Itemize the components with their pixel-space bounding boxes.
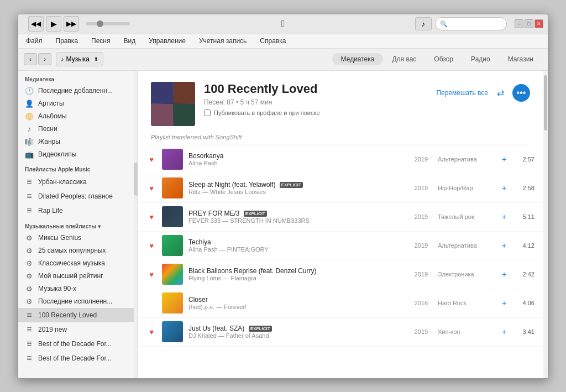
menu-edit[interactable]: Правка xyxy=(54,36,81,46)
heart-loved-icon[interactable]: ♥ xyxy=(146,328,156,336)
menu-account[interactable]: Учетная запись xyxy=(197,36,249,46)
table-row: ♥ Black Balloons Reprise (feat. Denzel C… xyxy=(138,260,543,289)
heart-empty-icon[interactable]: ♥ xyxy=(146,299,156,307)
sidebar-item-recent[interactable]: 🕐 Последние добавленн... xyxy=(18,85,134,97)
genius-icon: ⚙ xyxy=(25,234,34,242)
shuffle-all-label[interactable]: Перемешать все xyxy=(436,89,488,97)
100-loved-icon: ≡ xyxy=(25,310,34,320)
sidebar-item-songs[interactable]: ♪ Песни xyxy=(18,123,134,135)
minimize-button[interactable]: ─ xyxy=(515,19,523,28)
track-genre: Альтернатива xyxy=(438,242,493,249)
sidebar-item-albums[interactable]: 📀 Альбомы xyxy=(18,110,134,123)
albums-icon: 📀 xyxy=(25,112,34,121)
tab-radio[interactable]: Радио xyxy=(462,53,499,65)
track-add-button[interactable]: + xyxy=(499,299,510,307)
tab-for-you[interactable]: Для вас xyxy=(383,53,425,65)
sidebar-item-rap[interactable]: ≡ Rap Life xyxy=(18,203,134,218)
progress-bar[interactable] xyxy=(86,22,130,25)
thumb-art xyxy=(162,264,183,285)
music-selector[interactable]: ♪ Музыка ⬆ xyxy=(56,52,103,66)
sidebar-item-urban[interactable]: ≡ Урбан-классика xyxy=(18,175,134,189)
genres-icon: 🎼 xyxy=(25,138,34,146)
track-add-button[interactable]: + xyxy=(499,184,510,192)
sidebar-item-decade2[interactable]: ≡ Best of the Decade For... xyxy=(18,351,134,365)
playlist-icon-rap: ≡ xyxy=(25,206,34,216)
track-thumbnail xyxy=(162,292,183,313)
cover-cell-1 xyxy=(151,82,173,104)
tab-overview[interactable]: Обзор xyxy=(425,53,462,65)
track-add-button[interactable]: + xyxy=(499,270,510,279)
sidebar-item-100-loved[interactable]: ≡ 100 Recently Loved xyxy=(18,308,134,322)
heart-loved-icon[interactable]: ♥ xyxy=(146,213,156,221)
track-add-button[interactable]: + xyxy=(499,155,510,164)
track-duration: 2:57 xyxy=(515,156,534,163)
heart-loved-icon[interactable]: ♥ xyxy=(146,155,156,164)
fast-forward-button[interactable]: ▶▶ xyxy=(64,16,79,32)
track-name: Closer xyxy=(188,296,405,304)
sidebar-item-top-rating[interactable]: ⚙ Мой высший рейтинг xyxy=(18,270,134,283)
sidebar-item-genres[interactable]: 🎼 Жанры xyxy=(18,135,134,148)
track-add-button[interactable]: + xyxy=(499,212,510,221)
sidebar-item-recent-played[interactable]: ⚙ Последние исполненн... xyxy=(18,295,134,308)
menu-bar: Файл Правка Песня Вид Управление Учетная… xyxy=(18,34,548,49)
sidebar-item-classical[interactable]: ⚙ Классическая музыка xyxy=(18,257,134,270)
track-info: Bosorkanya Alina Pash xyxy=(188,152,405,166)
track-thumbnail xyxy=(162,177,183,198)
track-year: 2019 xyxy=(410,271,432,278)
rewind-button[interactable]: ◀◀ xyxy=(28,16,44,32)
sidebar-item-artists[interactable]: 👤 Артисты xyxy=(18,97,134,110)
track-genre: Электроника xyxy=(438,271,493,278)
heart-loved-icon[interactable]: ♥ xyxy=(146,242,156,250)
forward-arrow-button[interactable]: › xyxy=(38,53,51,65)
track-name: Techiya xyxy=(188,238,405,246)
maximize-button[interactable]: □ xyxy=(525,19,533,28)
tab-mediateka[interactable]: Медиатека xyxy=(332,53,384,65)
menu-controls[interactable]: Управление xyxy=(146,36,188,46)
thumb-art xyxy=(162,235,183,256)
top25-icon: ⚙ xyxy=(25,247,34,255)
publish-checkbox[interactable] xyxy=(204,109,211,116)
sidebar-playlists-header[interactable]: Музыкальные плейлисты ▾ xyxy=(18,218,134,232)
sidebar-item-decade1-label: Best of the Decade For... xyxy=(38,340,112,348)
back-arrow-button[interactable]: ‹ xyxy=(24,53,37,65)
heart-loved-icon[interactable]: ♥ xyxy=(146,270,156,279)
track-add-button[interactable]: + xyxy=(499,241,510,250)
sidebar-item-90s[interactable]: ⚙ Музыка 90-х xyxy=(18,283,134,295)
tab-store[interactable]: Магазин xyxy=(499,53,542,65)
track-info: Closer (hed) p.e. — Forever! xyxy=(188,296,405,310)
playlist-icon-dilated: ≡ xyxy=(25,191,34,201)
sidebar-item-artists-label: Артисты xyxy=(38,100,64,107)
track-info: Just Us (feat. SZA) EXPLICIT DJ Khaled —… xyxy=(188,325,405,339)
thumb-art xyxy=(162,177,183,198)
songs-icon: ♪ xyxy=(25,125,34,133)
menu-view[interactable]: Вид xyxy=(122,36,138,46)
menu-help[interactable]: Справка xyxy=(258,36,288,46)
sidebar-item-dilated[interactable]: ≡ Dilated Peoples: главное xyxy=(18,189,134,203)
play-button[interactable]: ▶ xyxy=(46,16,61,32)
sidebar-scrollbar[interactable] xyxy=(134,71,138,378)
search-input[interactable] xyxy=(450,20,502,27)
content-scrollbar[interactable] xyxy=(543,71,548,378)
sidebar-item-genres-label: Жанры xyxy=(38,138,60,145)
sidebar-item-decade1[interactable]: ≡ Best of the Decade For... xyxy=(18,337,134,351)
heart-loved-icon[interactable]: ♥ xyxy=(146,184,156,192)
track-genre: Hip-Hop/Rap xyxy=(438,185,493,191)
shuffle-button[interactable]: ⇄ xyxy=(492,85,508,101)
sidebar-item-genius[interactable]: ⚙ Миксы Genius xyxy=(18,232,134,244)
search-box[interactable]: 🔍 xyxy=(435,17,507,30)
track-duration: 2:42 xyxy=(515,271,534,278)
sidebar-item-2019[interactable]: ≡ 2019 new xyxy=(18,322,134,337)
close-button[interactable]: ✕ xyxy=(534,19,543,28)
sidebar-item-urban-label: Урбан-классика xyxy=(38,178,87,186)
sidebar-item-videos-label: Видеоклипы xyxy=(38,150,76,158)
playlist-icon-urban: ≡ xyxy=(25,177,34,187)
sidebar-item-videos[interactable]: 📺 Видеоклипы xyxy=(18,148,134,161)
menu-song[interactable]: Песня xyxy=(89,36,112,46)
more-options-button[interactable]: ••• xyxy=(512,84,530,102)
menu-list-button[interactable]: ♪ xyxy=(415,17,432,30)
menu-file[interactable]: Файл xyxy=(24,36,45,46)
sidebar-item-top25[interactable]: ⚙ 25 самых популярных xyxy=(18,244,134,257)
track-add-button[interactable]: + xyxy=(499,327,510,336)
classical-icon: ⚙ xyxy=(25,259,34,268)
track-artist: Alina Pash xyxy=(188,160,405,166)
